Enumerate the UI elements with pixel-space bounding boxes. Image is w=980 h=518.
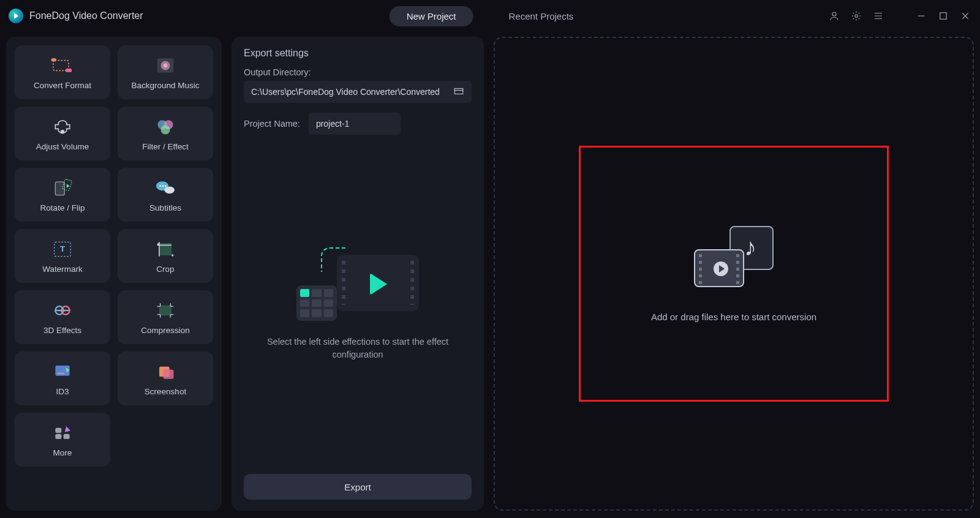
tool-more[interactable]: More	[15, 413, 110, 467]
background-music-icon	[153, 55, 178, 76]
watermark-icon: T	[50, 239, 75, 260]
tab-new-project[interactable]: New Project	[390, 6, 473, 26]
crop-icon	[153, 239, 178, 260]
effect-placeholder-hint: Select the left side effections to start…	[266, 336, 450, 361]
svg-point-23	[157, 243, 159, 245]
tool-label: 3D Effects	[43, 326, 81, 335]
svg-rect-31	[164, 369, 174, 378]
tool-label: Watermark	[42, 265, 83, 274]
output-dir-label: Output Directory:	[244, 67, 472, 77]
menu-icon[interactable]	[872, 10, 884, 22]
svg-point-9	[61, 130, 64, 133]
svg-rect-4	[51, 58, 56, 61]
tool-convert-format[interactable]: Convert Format	[15, 45, 110, 99]
app-title: FoneDog Video Converter	[29, 10, 143, 21]
svg-rect-33	[55, 434, 61, 438]
svg-point-19	[165, 185, 167, 187]
tool-screenshot[interactable]: Screenshot	[118, 351, 213, 405]
svg-point-1	[855, 15, 858, 18]
svg-point-17	[159, 185, 161, 187]
subtitles-icon	[153, 178, 178, 198]
svg-text:T: T	[60, 244, 65, 253]
project-name-label: Project Name:	[244, 119, 300, 129]
svg-point-8	[164, 63, 168, 67]
svg-point-18	[162, 185, 164, 187]
tool-compression[interactable]: Compression	[118, 290, 213, 344]
browse-folder-icon[interactable]	[453, 86, 464, 99]
filter-effect-icon	[153, 116, 178, 137]
tools-panel: Convert FormatBackground MusicAdjust Vol…	[6, 37, 222, 511]
tool-label: Convert Format	[34, 81, 91, 90]
app-logo-icon	[9, 9, 23, 23]
account-icon[interactable]	[828, 10, 840, 22]
compression-icon	[153, 300, 178, 321]
tool-3d-effects[interactable]: 3D Effects	[15, 290, 110, 344]
tool-adjust-volume[interactable]: Adjust Volume	[15, 107, 110, 160]
adjust-volume-icon	[50, 116, 75, 137]
svg-rect-5	[66, 69, 72, 72]
tool-id3[interactable]: ID3	[15, 351, 110, 405]
tool-crop[interactable]: Crop	[118, 229, 213, 283]
tool-label: Subtitles	[149, 203, 181, 212]
svg-rect-34	[64, 434, 70, 438]
svg-rect-2	[940, 13, 947, 20]
tool-watermark[interactable]: TWatermark	[15, 229, 110, 283]
effect-placeholder-art	[296, 247, 419, 321]
project-name-field[interactable]: project-1	[309, 113, 401, 135]
project-name-value: project-1	[316, 119, 349, 129]
svg-rect-36	[454, 90, 463, 94]
tab-recent-projects[interactable]: Recent Projects	[491, 6, 590, 26]
svg-point-12	[161, 125, 170, 134]
svg-rect-27	[159, 305, 172, 315]
tool-label: Adjust Volume	[36, 142, 89, 151]
svg-point-16	[164, 186, 175, 193]
maximize-button[interactable]	[937, 10, 949, 22]
export-button[interactable]: Export	[244, 474, 472, 500]
svg-point-0	[832, 12, 836, 16]
project-tabs: New Project Recent Projects	[390, 6, 591, 26]
media-art-icon	[694, 226, 774, 287]
tool-label: More	[53, 448, 72, 457]
minimize-button[interactable]	[915, 10, 927, 22]
tool-background-music[interactable]: Background Music	[118, 45, 213, 99]
tool-filter-effect[interactable]: Filter / Effect	[118, 107, 213, 160]
tool-label: Rotate / Flip	[40, 203, 85, 212]
more-icon	[50, 422, 75, 443]
export-panel: Export settings Output Directory: C:\Use…	[232, 37, 484, 511]
svg-point-24	[172, 254, 173, 256]
settings-icon[interactable]	[850, 10, 862, 22]
convert-format-icon	[50, 55, 75, 76]
drop-zone[interactable]: Add or drag files here to start conversi…	[494, 37, 974, 511]
tool-label: ID3	[56, 387, 69, 396]
titlebar: FoneDog Video Converter New Project Rece…	[0, 0, 980, 32]
screenshot-icon	[153, 361, 178, 382]
rotate-flip-icon	[50, 178, 75, 198]
tool-label: Filter / Effect	[142, 142, 189, 151]
svg-rect-32	[55, 427, 61, 432]
tool-label: Crop	[156, 265, 174, 274]
output-dir-field[interactable]: C:\Users\pc\FoneDog Video Converter\Conv…	[244, 81, 472, 103]
tool-label: Background Music	[131, 81, 199, 90]
output-dir-value: C:\Users\pc\FoneDog Video Converter\Conv…	[251, 87, 440, 97]
close-button[interactable]	[959, 10, 971, 22]
svg-rect-29	[58, 372, 65, 374]
id3-icon	[50, 361, 75, 382]
3d-effects-icon	[50, 300, 75, 321]
tool-rotate-flip[interactable]: Rotate / Flip	[15, 168, 110, 222]
tool-subtitles[interactable]: Subtitles	[118, 168, 213, 222]
export-heading: Export settings	[244, 48, 472, 59]
tool-label: Compression	[141, 326, 190, 335]
effect-placeholder: Select the left side effections to start…	[244, 135, 472, 474]
tool-label: Screenshot	[145, 387, 186, 396]
